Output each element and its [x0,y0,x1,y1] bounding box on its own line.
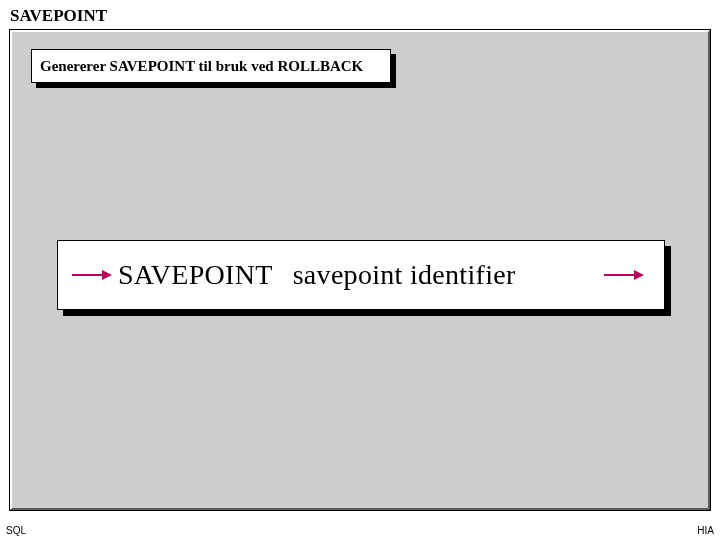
syntax-keyword: SAVEPOINT [118,259,273,291]
footer-left: SQL [6,525,26,536]
description-text: Genererer SAVEPOINT til bruk ved ROLLBAC… [40,58,363,75]
syntax-text: SAVEPOINT savepoint identifier [118,259,516,291]
description-box: Genererer SAVEPOINT til bruk ved ROLLBAC… [31,49,391,83]
main-panel: Genererer SAVEPOINT til bruk ved ROLLBAC… [10,30,710,510]
syntax-box: SAVEPOINT savepoint identifier [57,240,665,310]
arrow-out-line [604,274,636,276]
arrow-out-head-icon [634,270,644,280]
arrow-in-line [72,274,104,276]
syntax-identifier: savepoint identifier [293,259,516,291]
page-title: SAVEPOINT [10,6,107,26]
footer-right: HIA [697,525,714,536]
arrow-in-head-icon [102,270,112,280]
slide-page: SAVEPOINT Genererer SAVEPOINT til bruk v… [0,0,720,540]
